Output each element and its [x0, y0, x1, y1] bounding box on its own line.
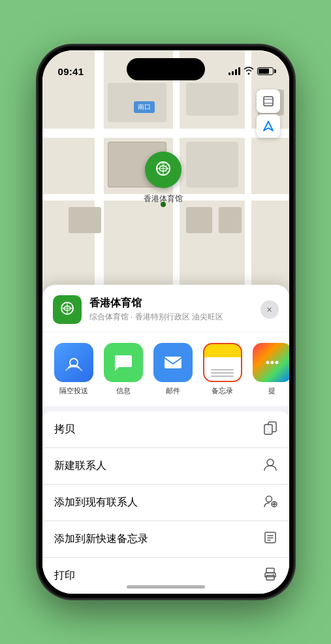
more-icon [253, 343, 289, 382]
svg-point-14 [266, 361, 269, 364]
action-add-existing-contact[interactable]: 添加到现有联系人 [42, 485, 289, 521]
location-button[interactable] [257, 114, 280, 138]
status-icons [229, 66, 274, 76]
svg-rect-13 [165, 357, 181, 368]
svg-marker-7 [264, 121, 273, 131]
bottom-sheet: 香港体育馆 综合体育馆 · 香港特别行政区 油尖旺区 × [42, 285, 289, 594]
venue-desc: 综合体育馆 · 香港特别行政区 油尖旺区 [89, 312, 260, 323]
action-add-existing-label: 添加到现有联系人 [54, 496, 138, 509]
print-icon [263, 567, 277, 585]
signal-bars-icon [229, 67, 240, 75]
svg-point-19 [267, 459, 274, 466]
action-copy[interactable]: 拷贝 [42, 411, 289, 448]
dynamic-island [127, 58, 205, 80]
message-label: 信息 [116, 386, 131, 396]
battery-icon [257, 67, 274, 75]
action-add-quick-note[interactable]: 添加到新快速备忘录 [42, 521, 289, 558]
airdrop-label: 隔空投送 [59, 386, 88, 396]
home-indicator [127, 585, 205, 588]
more-label: 提 [268, 386, 276, 396]
pin-dot [161, 202, 166, 207]
svg-point-16 [275, 361, 278, 364]
venue-sheet-icon [53, 295, 82, 324]
phone-screen: 09:41 [42, 50, 289, 594]
action-new-contact[interactable]: 新建联系人 [42, 448, 289, 485]
copy-icon [263, 421, 277, 438]
wifi-icon [244, 66, 254, 76]
add-contact-icon [263, 494, 277, 511]
airdrop-icon [54, 343, 93, 382]
phone-frame: 09:41 [39, 46, 293, 598]
action-copy-label: 拷贝 [54, 423, 75, 436]
notes-icon [203, 343, 242, 382]
share-row: 隔空投送 信息 [42, 332, 289, 406]
svg-rect-4 [264, 97, 273, 106]
svg-point-30 [273, 574, 274, 575]
action-new-contact-label: 新建联系人 [54, 459, 106, 473]
mail-label: 邮件 [166, 386, 180, 396]
svg-point-15 [270, 361, 274, 364]
svg-rect-29 [266, 575, 274, 580]
map-area: 南口 香港体育馆 [42, 50, 289, 325]
action-print-label: 打印 [54, 569, 75, 583]
share-mail[interactable]: 邮件 [150, 343, 197, 396]
share-more[interactable]: 提 [249, 343, 289, 396]
map-controls [257, 89, 280, 139]
svg-point-20 [266, 496, 272, 502]
svg-rect-28 [266, 568, 274, 573]
new-contact-icon [263, 457, 277, 475]
mail-icon [153, 343, 193, 382]
action-quick-note-label: 添加到新快速备忘录 [54, 532, 148, 546]
message-icon [104, 343, 143, 382]
pin-circle [145, 152, 181, 188]
share-airdrop[interactable]: 隔空投送 [50, 343, 97, 396]
sheet-header: 香港体育馆 综合体育馆 · 香港特别行政区 油尖旺区 × [42, 285, 289, 332]
map-layers-button[interactable] [257, 89, 280, 113]
status-time: 09:41 [58, 66, 84, 77]
venue-name: 香港体育馆 [89, 297, 260, 310]
map-south-entrance-label: 南口 [134, 101, 155, 113]
close-button[interactable]: × [260, 300, 279, 319]
quick-note-icon [263, 530, 277, 548]
action-list: 拷贝 新建联系人 [42, 411, 289, 594]
share-notes[interactable]: 备忘录 [199, 343, 246, 396]
venue-pin[interactable]: 香港体育馆 [144, 152, 183, 204]
venue-info: 香港体育馆 综合体育馆 · 香港特别行政区 油尖旺区 [89, 297, 260, 323]
svg-rect-18 [264, 425, 272, 434]
notes-label: 备忘录 [212, 386, 233, 396]
share-message[interactable]: 信息 [100, 343, 147, 396]
